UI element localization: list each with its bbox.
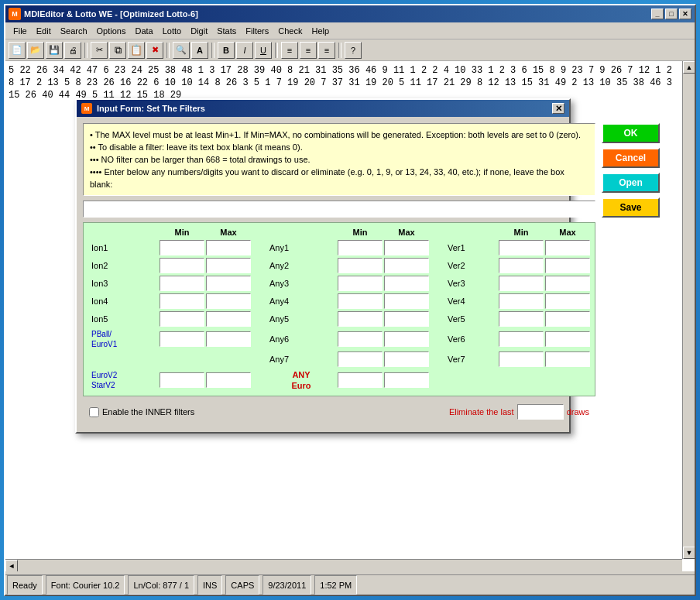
ion4-max[interactable] [206,293,251,309]
scroll-down-button[interactable]: ▼ [683,547,695,559]
eliminate-input[interactable] [517,404,564,420]
scrollbar-vertical[interactable]: ▲ ▼ [682,61,695,559]
ion1-max[interactable] [206,240,251,255]
dialog-close-button[interactable]: ✕ [552,103,564,114]
toolbar-align-right[interactable]: ≡ [318,42,335,59]
any7-min[interactable] [338,351,383,367]
status-time: 1:52 PM [314,575,357,595]
pball-min[interactable] [160,331,204,347]
ver1-min[interactable] [499,240,544,255]
menu-check[interactable]: Check [273,25,307,37]
ver2-min[interactable] [499,258,544,273]
toolbar-cut[interactable]: ✂ [91,42,108,59]
toolbar-delete[interactable]: ✖ [146,42,163,59]
menu-digit[interactable]: Digit [186,25,212,37]
any6-max[interactable] [384,331,429,347]
filter-row-1: Ion1 Any1 Ver1 [88,240,590,255]
anyeuro-max[interactable] [384,372,429,388]
ver1-max[interactable] [545,240,590,255]
scroll-left-button[interactable]: ◄ [5,560,18,571]
ver3-min[interactable] [499,276,544,291]
ion2-min[interactable] [160,258,204,273]
any7-max[interactable] [384,351,429,367]
any1-label: Any1 [266,243,336,252]
ver4-max[interactable] [545,293,590,309]
ion3-min[interactable] [160,276,204,291]
menu-search[interactable]: Search [56,25,92,37]
ion5-min[interactable] [160,311,204,327]
toolbar-underline[interactable]: U [255,42,272,59]
menu-edit[interactable]: Edit [32,25,56,37]
inner-filters-checkbox[interactable] [89,407,99,417]
minimize-button[interactable]: _ [651,9,664,19]
toolbar-paste[interactable]: 📋 [128,42,145,59]
menu-help[interactable]: Help [307,25,334,37]
ion4-min[interactable] [160,293,204,309]
toolbar-copy[interactable]: ⧉ [109,42,126,59]
toolbar-new[interactable]: 📄 [9,42,26,59]
title-bar: M MDIEditor & Lotto WE - [Optimized Lott… [5,5,695,22]
ion2-max[interactable] [206,258,251,273]
dialog-left-pane: • The MAX level must be at least Min+1. … [83,123,595,426]
save-button[interactable]: Save [602,197,660,218]
any4-min[interactable] [338,293,383,309]
any1-min[interactable] [338,240,383,255]
scrollbar-horizontal[interactable]: ◄ [5,559,682,571]
status-font: Font: Courier 10.2 [46,575,125,595]
any2-min[interactable] [338,258,383,273]
ver6-max[interactable] [545,331,590,347]
any2-max[interactable] [384,258,429,273]
any5-min[interactable] [338,311,383,327]
ver7-min[interactable] [499,351,544,367]
toolbar-italic[interactable]: I [236,42,253,59]
menu-lotto[interactable]: Lotto [158,25,186,37]
anyeuro-min[interactable] [338,372,383,388]
toolbar-bold[interactable]: B [218,42,235,59]
any1-max[interactable] [384,240,429,255]
any6-min[interactable] [338,331,383,347]
time-text: 1:52 PM [320,581,352,590]
toolbar-print[interactable]: 🖨 [64,42,81,59]
ver3-max[interactable] [545,276,590,291]
ver7-max[interactable] [545,351,590,367]
any3-min[interactable] [338,276,383,291]
toolbar-help[interactable]: ? [345,42,362,59]
menu-options[interactable]: Options [92,25,131,37]
ion5-max[interactable] [206,311,251,327]
open-button[interactable]: Open [602,173,660,193]
menu-data[interactable]: Data [130,25,157,37]
maximize-button[interactable]: □ [665,9,678,19]
toolbar-save[interactable]: 💾 [46,42,63,59]
any5-max[interactable] [384,311,429,327]
pball-max[interactable] [206,331,251,347]
close-button[interactable]: ✕ [679,9,691,19]
dialog-title-bar: M Input Form: Set The Filters ✕ [77,100,569,117]
toolbar-open[interactable]: 📂 [27,42,44,59]
ok-button[interactable]: OK [602,123,660,143]
eurov2-min[interactable] [160,372,204,388]
ver2-label: Ver2 [444,261,497,270]
menu-file[interactable]: File [9,25,32,37]
ver4-min[interactable] [499,293,544,309]
menu-stats[interactable]: Stats [212,25,241,37]
scroll-up-button[interactable]: ▲ [683,61,695,74]
menu-filters[interactable]: Filters [241,25,273,37]
ver3-label: Ver3 [444,279,497,288]
toolbar-align-center[interactable]: ≡ [300,42,317,59]
ion3-max[interactable] [206,276,251,291]
eliminate-numbers-input[interactable] [83,201,595,218]
cancel-button[interactable]: Cancel [602,148,660,168]
ion1-min[interactable] [160,240,204,255]
ver6-min[interactable] [499,331,544,347]
header-min1: Min [160,228,204,237]
eurov2-max[interactable] [206,372,251,388]
any4-max[interactable] [384,293,429,309]
any3-max[interactable] [384,276,429,291]
toolbar-font[interactable]: A [191,42,208,59]
ver2-max[interactable] [545,258,590,273]
ver5-min[interactable] [499,311,544,327]
ver1-label: Ver1 [444,243,497,252]
ver5-max[interactable] [545,311,590,327]
toolbar-find[interactable]: 🔍 [173,42,190,59]
toolbar-align-left[interactable]: ≡ [281,42,298,59]
